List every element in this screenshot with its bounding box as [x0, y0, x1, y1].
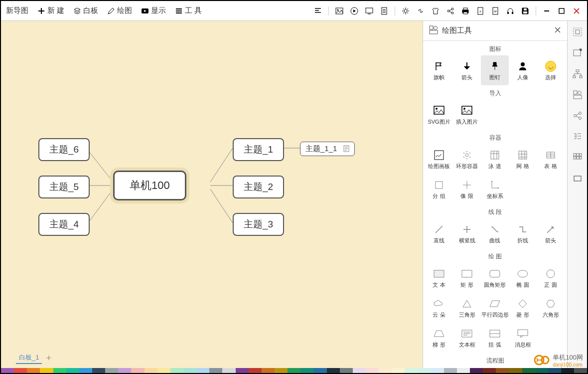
maximize-icon[interactable]: [556, 5, 567, 16]
tool-line-poly[interactable]: 折线: [509, 218, 537, 248]
color-swatch[interactable]: [209, 368, 222, 373]
image-icon[interactable]: [334, 5, 345, 16]
close-icon[interactable]: [571, 5, 582, 16]
play-circle-icon[interactable]: [349, 5, 360, 16]
node-t5[interactable]: 主题_5: [38, 176, 90, 198]
tab-board1[interactable]: 白板_1: [16, 352, 42, 364]
save-icon[interactable]: [520, 5, 531, 16]
node-t4[interactable]: 主题_4: [38, 213, 90, 236]
node-t1[interactable]: 主题_1: [233, 138, 284, 161]
color-swatch[interactable]: [392, 368, 405, 373]
color-swatch[interactable]: [574, 368, 587, 373]
canvas[interactable]: 单机100 主题_6 主题_5 主题_4 主题_1 主题_2 主题_3 主题_1…: [1, 21, 423, 368]
color-swatch[interactable]: [418, 368, 431, 373]
color-swatch[interactable]: [236, 368, 249, 373]
color-swatch[interactable]: [275, 368, 288, 373]
color-swatch[interactable]: [105, 368, 118, 373]
color-swatch[interactable]: [535, 368, 548, 373]
shirt-icon[interactable]: [430, 5, 441, 16]
color-swatch[interactable]: [262, 368, 275, 373]
color-swatch[interactable]: [496, 368, 509, 373]
tool-table[interactable]: 表 格: [537, 144, 565, 174]
color-swatch[interactable]: [353, 368, 366, 373]
tool-line-arrow[interactable]: 箭头: [537, 218, 565, 248]
tool-draw-canvas[interactable]: 绘图画板: [425, 144, 453, 174]
tool-line-straight[interactable]: 直线: [425, 218, 453, 248]
tool-swimlane[interactable]: 泳 道: [481, 144, 509, 174]
color-swatch[interactable]: [431, 368, 444, 373]
color-swatch[interactable]: [27, 368, 40, 373]
menu-tools[interactable]: 工 具: [175, 6, 202, 15]
color-swatch[interactable]: [300, 368, 313, 373]
tool-ellipse[interactable]: 椭 圆: [509, 263, 537, 293]
color-swatch[interactable]: [509, 368, 522, 373]
color-swatch[interactable]: [14, 368, 27, 373]
color-swatch[interactable]: [92, 368, 105, 373]
tool-bracket[interactable]: 括 弧: [481, 323, 509, 353]
sidebar-add-icon[interactable]: [572, 47, 584, 59]
sidebar-tree-icon[interactable]: [572, 131, 584, 143]
menu-draw[interactable]: 绘图: [107, 6, 132, 15]
tool-flag[interactable]: 旗帜: [425, 55, 453, 85]
print-icon[interactable]: [460, 5, 471, 16]
tool-roundrect[interactable]: 圆角矩形: [481, 263, 509, 293]
menu-display[interactable]: 显示: [141, 6, 166, 15]
color-swatch[interactable]: [53, 368, 66, 373]
color-swatch[interactable]: [561, 368, 574, 373]
center-node[interactable]: 单机100: [113, 171, 186, 200]
tool-text[interactable]: 文 本: [425, 263, 453, 293]
color-swatch[interactable]: [157, 368, 170, 373]
node-t3[interactable]: 主题_3: [233, 213, 284, 236]
color-swatch[interactable]: [249, 368, 262, 373]
color-swatch[interactable]: [483, 368, 496, 373]
tool-insert-image[interactable]: 插入图片: [453, 100, 481, 130]
tool-message[interactable]: 消息框: [509, 323, 537, 353]
add-tab-button[interactable]: +: [46, 353, 51, 364]
color-swatch[interactable]: [145, 368, 157, 373]
tool-quadrant[interactable]: 像 限: [453, 174, 481, 204]
pdf-icon[interactable]: A: [475, 5, 486, 16]
color-swatch[interactable]: [170, 368, 183, 373]
tool-textbox[interactable]: 文本框: [453, 323, 481, 353]
color-swatch[interactable]: [444, 368, 457, 373]
tool-cloud[interactable]: 云 朵: [425, 293, 453, 323]
sidebar-layout-icon[interactable]: [572, 26, 584, 38]
gear-icon[interactable]: [400, 5, 411, 16]
color-swatch[interactable]: [366, 368, 379, 373]
color-swatch[interactable]: [40, 368, 53, 373]
align-icon[interactable]: [312, 5, 323, 16]
color-swatch[interactable]: [548, 368, 561, 373]
color-strip[interactable]: [1, 368, 587, 373]
color-swatch[interactable]: [131, 368, 144, 373]
minimize-icon[interactable]: [541, 5, 552, 16]
color-swatch[interactable]: [522, 368, 535, 373]
color-swatch[interactable]: [183, 368, 196, 373]
link-icon[interactable]: [415, 5, 426, 16]
color-swatch[interactable]: [79, 368, 92, 373]
sidebar-shapes-icon[interactable]: [572, 89, 584, 101]
color-swatch[interactable]: [327, 368, 340, 373]
sidebar-structure-icon[interactable]: [572, 68, 584, 80]
menu-new[interactable]: 新 建: [37, 6, 64, 15]
tool-arrow[interactable]: 箭头: [453, 55, 481, 85]
tool-line-curve[interactable]: 曲线: [481, 218, 509, 248]
tool-line-hv[interactable]: 横竖线: [453, 218, 481, 248]
node-t2[interactable]: 主题_2: [233, 176, 284, 198]
headphones-icon[interactable]: [505, 5, 516, 16]
tool-select[interactable]: ◡选择: [537, 55, 565, 85]
tool-ring[interactable]: 环形容器: [453, 144, 481, 174]
color-swatch[interactable]: [66, 368, 79, 373]
tool-svg-image[interactable]: SVG图片: [425, 100, 453, 130]
color-swatch[interactable]: [457, 368, 470, 373]
word-icon[interactable]: W: [490, 5, 501, 16]
color-swatch[interactable]: [196, 368, 209, 373]
tool-pin[interactable]: 图钉: [481, 55, 509, 85]
color-swatch[interactable]: [379, 368, 392, 373]
share-icon[interactable]: [445, 5, 456, 16]
sidebar-share-icon[interactable]: [572, 110, 584, 122]
tool-circle[interactable]: 正 圆: [537, 263, 565, 293]
tool-hexagon[interactable]: 六角形: [537, 293, 565, 323]
color-swatch[interactable]: [118, 368, 131, 373]
color-swatch[interactable]: [405, 368, 418, 373]
color-swatch[interactable]: [470, 368, 483, 373]
